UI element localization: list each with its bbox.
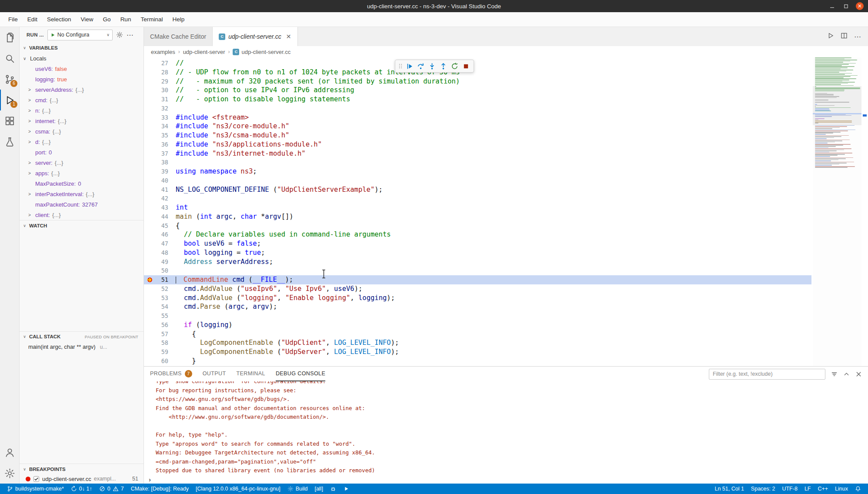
line-number[interactable]: 45 (156, 221, 176, 230)
code-line-39[interactable]: 39using namespace ns3; (144, 167, 811, 176)
line-number[interactable]: 58 (156, 338, 176, 347)
line-number[interactable]: 36 (156, 140, 176, 149)
overview-ruler[interactable] (861, 57, 868, 366)
activity-run-and-debug-icon[interactable]: 1 (0, 90, 19, 110)
line-number[interactable]: 50 (156, 266, 176, 275)
code-line-53[interactable]: 53 cmd.AddValue ("logging", "Enable logg… (144, 294, 811, 303)
line-number[interactable]: 60 (156, 357, 176, 366)
code-line-50[interactable]: 50 (144, 266, 811, 275)
variable-row-logging[interactable]: logging:true (20, 74, 144, 84)
split-editor-icon[interactable] (841, 32, 848, 41)
step-into-icon[interactable] (426, 60, 437, 72)
code-line-55[interactable]: 55 (144, 311, 811, 320)
line-number[interactable]: 52 (156, 284, 176, 294)
line-number[interactable]: 40 (156, 176, 176, 185)
code-line-32[interactable]: 32 (144, 104, 811, 113)
code-line-48[interactable]: 48 bool logging = true; (144, 248, 811, 257)
code-line-52[interactable]: 52 cmd.AddValue ("useIpv6", "Use Ipv6", … (144, 284, 811, 294)
code-line-45[interactable]: 45{ (144, 221, 811, 230)
line-number[interactable]: 29 (156, 77, 176, 86)
status-encoding[interactable]: UTF-8 (778, 484, 801, 494)
menu-file[interactable]: File (3, 12, 23, 27)
status-cmake-status[interactable]: CMake: [Debug]: Ready (127, 484, 192, 494)
filter-options-icon[interactable] (831, 371, 838, 377)
status-language-mode[interactable]: C++ (814, 484, 831, 494)
minimap[interactable] (813, 57, 861, 366)
code-line-61[interactable]: 61 (144, 366, 811, 367)
variable-row-serverAddress[interactable]: >serverAddress:{...} (20, 84, 144, 95)
line-number[interactable]: 53 (156, 294, 176, 303)
status-cmake-build[interactable]: Build (284, 484, 311, 494)
code-line-33[interactable]: 33#include <fstream> (144, 113, 811, 122)
line-number[interactable]: 47 (156, 239, 176, 248)
line-number[interactable]: 54 (156, 302, 176, 311)
code-line-44[interactable]: 44main (int argc, char *argv[]) (144, 212, 811, 221)
code-line-60[interactable]: 60 } (144, 357, 811, 366)
code-line-31[interactable]: 31// - option to disable logging stateme… (144, 95, 811, 104)
variable-row-server[interactable]: >server:{...} (20, 157, 144, 168)
close-icon[interactable] (855, 371, 862, 377)
step-out-icon[interactable] (437, 60, 449, 72)
activity-testing-icon[interactable] (0, 131, 19, 152)
variable-row-interPacketInterval[interactable]: >interPacketInterval:{...} (20, 189, 144, 199)
menu-selection[interactable]: Selection (42, 12, 76, 27)
code-line-59[interactable]: 59 LogComponentEnable ("UdpServer", LOG_… (144, 347, 811, 357)
console-filter-input[interactable] (709, 369, 825, 380)
code-line-29[interactable]: 29// - maximum of 320 packets sent (or l… (144, 77, 811, 86)
breadcrumb-item[interactable]: Cudp-client-server.cc (233, 49, 290, 55)
panel-tab-terminal[interactable]: TERMINAL (236, 367, 265, 381)
variable-row-csma[interactable]: >csma:{...} (20, 126, 144, 137)
menu-terminal[interactable]: Terminal (136, 12, 167, 27)
code-line-38[interactable]: 38 (144, 158, 811, 167)
gear-icon[interactable] (116, 31, 123, 38)
panel-tab-output[interactable]: OUTPUT (203, 367, 226, 381)
code-line-49[interactable]: 49 Address serverAddress; (144, 257, 811, 267)
line-number[interactable]: 44 (156, 212, 176, 221)
drag-handle-icon[interactable] (397, 63, 404, 69)
status-cmake-kit[interactable]: [Clang 12.0.0 x86_64-pc-linux-gnu] (192, 484, 284, 494)
menu-run[interactable]: Run (116, 12, 136, 27)
line-number[interactable]: 46 (156, 230, 176, 239)
stack-frame[interactable]: main(int argc, char ** argv)u... (20, 342, 144, 352)
variable-row-port[interactable]: port:0 (20, 147, 144, 157)
status-cursor-position[interactable]: Ln 51, Col 1 (711, 484, 747, 494)
code-line-43[interactable]: 43int (144, 203, 811, 212)
status-git-branch[interactable]: buildsystem-cmake* (3, 484, 67, 494)
line-number[interactable]: 27 (156, 59, 176, 68)
console-input[interactable]: › (144, 476, 868, 483)
code-line-57[interactable]: 57 { (144, 330, 811, 339)
activity-account-icon[interactable] (0, 442, 19, 463)
menu-edit[interactable]: Edit (23, 12, 42, 27)
code-line-27[interactable]: 27// (144, 59, 811, 68)
code-line-46[interactable]: 46 // Declare variables used in command-… (144, 230, 811, 239)
status-eol[interactable]: LF (801, 484, 815, 494)
breakpoints-section-header[interactable]: ∨ BREAKPOINTS (20, 464, 144, 474)
breadcrumb-item[interactable]: examples (151, 49, 175, 55)
status-notifications[interactable] (851, 484, 865, 494)
start-debug-icon[interactable] (50, 33, 55, 37)
menu-help[interactable]: Help (167, 12, 189, 27)
code-line-58[interactable]: 58 LogComponentEnable ("UdpClient", LOG_… (144, 338, 811, 347)
code-line-41[interactable]: 41NS_LOG_COMPONENT_DEFINE ("UdpClientSer… (144, 185, 811, 194)
menu-go[interactable]: Go (98, 12, 116, 27)
run-file-icon[interactable] (827, 32, 834, 41)
variable-row-useV6[interactable]: useV6:false (20, 63, 144, 74)
code-line-37[interactable]: 37#include "ns3/internet-module.h" (144, 149, 811, 158)
more-actions-icon[interactable]: ⋯ (127, 31, 134, 39)
line-number[interactable]: 31 (156, 95, 176, 104)
status-cmake-target[interactable]: [all] (311, 484, 326, 494)
close-icon[interactable]: ✕ (856, 2, 864, 10)
call-stack-section-header[interactable]: ∨ CALL STACK PAUSED ON BREAKPOINT (20, 331, 144, 342)
line-number[interactable]: 57 (156, 330, 176, 339)
restore-icon[interactable] (842, 2, 850, 10)
variable-row-cmd[interactable]: >cmd:{...} (20, 95, 144, 105)
code-line-35[interactable]: 35#include "ns3/csma-module.h" (144, 131, 811, 140)
tab-udp-client-server-cc[interactable]: Cudp-client-server.cc✕ (213, 27, 297, 46)
activity-settings-icon[interactable] (0, 463, 19, 484)
tab-cmake-cache-editor[interactable]: CMake Cache Editor (144, 27, 213, 46)
code-line-36[interactable]: 36#include "ns3/applications-module.h" (144, 140, 811, 149)
chevron-up-icon[interactable] (843, 371, 850, 377)
line-number[interactable]: 30 (156, 86, 176, 95)
variable-row-client[interactable]: >client:{...} (20, 210, 144, 220)
code-line-34[interactable]: 34#include "ns3/core-module.h" (144, 122, 811, 131)
